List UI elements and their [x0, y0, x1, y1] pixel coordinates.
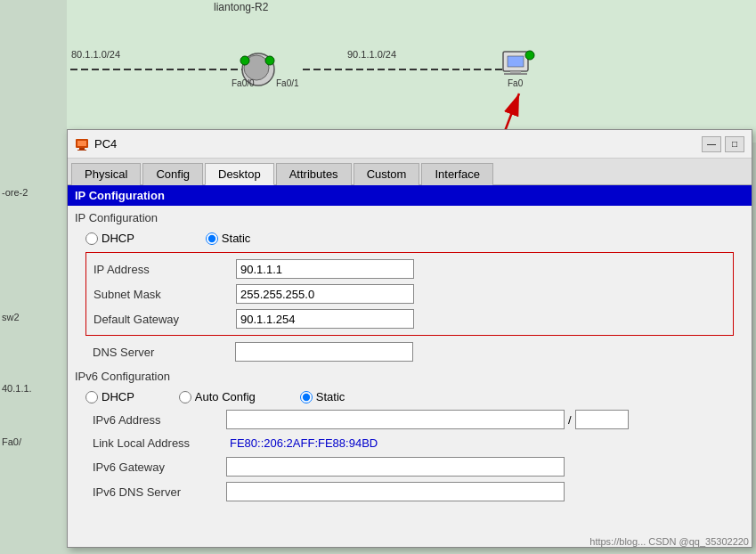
ipv6-dns-label: IPv6 DNS Server — [93, 485, 226, 499]
minimize-button[interactable]: — — [702, 136, 721, 152]
sidebar-label-ore: -ore-2 — [2, 187, 28, 198]
ipv6-auto-label: Auto Config — [195, 390, 256, 403]
ipv6-address-input[interactable] — [226, 410, 565, 429]
tab-config[interactable]: Config — [142, 163, 203, 185]
ip-dhcp-static-row: DHCP Static — [68, 228, 752, 248]
dns-server-label: DNS Server — [93, 346, 235, 359]
dialog-title: PC4 — [94, 137, 117, 151]
sidebar-label-ip: 40.1.1. — [2, 383, 32, 394]
svg-text:Fa0/1: Fa0/1 — [276, 78, 299, 88]
ipv6-static-radio[interactable] — [300, 391, 313, 403]
router-center-label: liantong-R2 — [214, 1, 269, 13]
topology-svg: liantong-R2 liantong-R2 80.1.1.0/24 90.1… — [0, 0, 756, 143]
ipv6-dhcp-label: DHCP — [102, 390, 134, 403]
svg-text:80.1.1.0/24: 80.1.1.0/24 — [71, 49, 120, 60]
sidebar-left: -ore-2 sw2 40.1.1. Fa0/ — [0, 0, 67, 554]
ipv6-dns-row: IPv6 DNS Server — [68, 479, 752, 504]
ipv6-radio-row: DHCP Auto Config Static — [68, 387, 752, 407]
svg-text:Fa0/0: Fa0/0 — [232, 78, 255, 88]
subnet-mask-row: Subnet Mask — [86, 281, 733, 306]
ip-fields-box: IP Address Subnet Mask Default Gateway — [85, 252, 734, 336]
ipv6-static-radio-label[interactable]: Static — [300, 390, 345, 403]
ip-address-row: IP Address — [86, 257, 733, 281]
dialog-controls[interactable]: — □ — [702, 136, 744, 152]
watermark: https://blog... CSDN @qq_35302220 — [589, 536, 749, 547]
svg-text:90.1.1.0/24: 90.1.1.0/24 — [347, 49, 396, 60]
default-gateway-input[interactable] — [236, 309, 414, 329]
ipv6-dns-input[interactable] — [226, 482, 565, 501]
tab-attributes[interactable]: Attributes — [276, 163, 352, 185]
svg-point-5 — [265, 56, 274, 65]
default-gateway-row: Default Gateway — [86, 306, 733, 331]
sidebar-label-fa: Fa0/ — [2, 436, 21, 447]
svg-point-4 — [240, 56, 249, 65]
slash-separator: / — [565, 413, 575, 427]
svg-rect-26 — [79, 148, 85, 150]
ipv6-prefix-input[interactable] — [575, 410, 629, 429]
sidebar-label-sw2: sw2 — [2, 312, 20, 322]
static-label: Static — [222, 232, 251, 245]
ipv6-auto-radio[interactable] — [179, 391, 191, 403]
static-radio[interactable] — [206, 232, 218, 245]
subnet-mask-input[interactable] — [236, 284, 414, 304]
link-local-value: FE80::206:2AFF:FE88:94BD — [226, 435, 381, 452]
dns-server-row: DNS Server — [68, 339, 752, 364]
ipv6-address-row: IPv6 Address / — [68, 407, 752, 432]
pc-icon — [75, 137, 89, 151]
ip-address-label: IP Address — [93, 263, 236, 276]
dhcp-label: DHCP — [102, 232, 134, 245]
ip-address-input[interactable] — [236, 259, 414, 279]
dhcp-radio[interactable] — [85, 232, 98, 245]
tab-desktop[interactable]: Desktop — [205, 163, 274, 185]
svg-rect-27 — [77, 150, 86, 151]
ipv6-gateway-input[interactable] — [226, 457, 565, 477]
ipv6-address-label: IPv6 Address — [93, 413, 226, 427]
ipv6-gateway-label: IPv6 Gateway — [93, 460, 226, 474]
topology-background: liantong-R2 liantong-R2 80.1.1.0/24 90.1… — [0, 0, 756, 143]
subnet-mask-label: Subnet Mask — [93, 288, 236, 301]
svg-rect-9 — [504, 73, 527, 75]
svg-point-10 — [525, 51, 534, 60]
maximize-button[interactable]: □ — [725, 136, 744, 152]
ip-config-header: IP Configuration — [68, 185, 752, 206]
ipv6-section-header: IPv6 Configuration — [68, 364, 752, 387]
tab-interface[interactable]: Interface — [421, 163, 493, 185]
ipv6-dhcp-radio[interactable] — [85, 391, 98, 403]
dialog-title-left: PC4 — [75, 137, 117, 151]
tab-physical[interactable]: Physical — [71, 163, 141, 185]
pc4-dialog: PC4 — □ Physical Config Desktop Attribut… — [67, 129, 752, 548]
dns-server-input[interactable] — [235, 342, 413, 362]
default-gateway-label: Default Gateway — [93, 313, 236, 326]
ipv6-gateway-row: IPv6 Gateway — [68, 454, 752, 479]
link-local-label: Link Local Address — [93, 436, 226, 450]
content-area: IP Configuration IP Configuration DHCP S… — [68, 185, 752, 504]
tabs-bar: Physical Config Desktop Attributes Custo… — [68, 159, 752, 185]
svg-text:Fa0: Fa0 — [508, 78, 524, 88]
svg-rect-7 — [508, 56, 524, 67]
svg-rect-25 — [77, 141, 86, 146]
static-radio-label[interactable]: Static — [206, 232, 251, 245]
link-local-row: Link Local Address FE80::206:2AFF:FE88:9… — [68, 432, 752, 454]
dialog-titlebar: PC4 — □ — [68, 130, 752, 159]
ipv6-auto-radio-label[interactable]: Auto Config — [179, 390, 256, 403]
dhcp-radio-label[interactable]: DHCP — [85, 232, 134, 245]
ipv6-static-label: Static — [316, 390, 345, 403]
ip-config-subheader: IP Configuration — [68, 206, 752, 228]
tab-custom[interactable]: Custom — [354, 163, 420, 185]
ipv6-dhcp-radio-label[interactable]: DHCP — [85, 390, 134, 403]
